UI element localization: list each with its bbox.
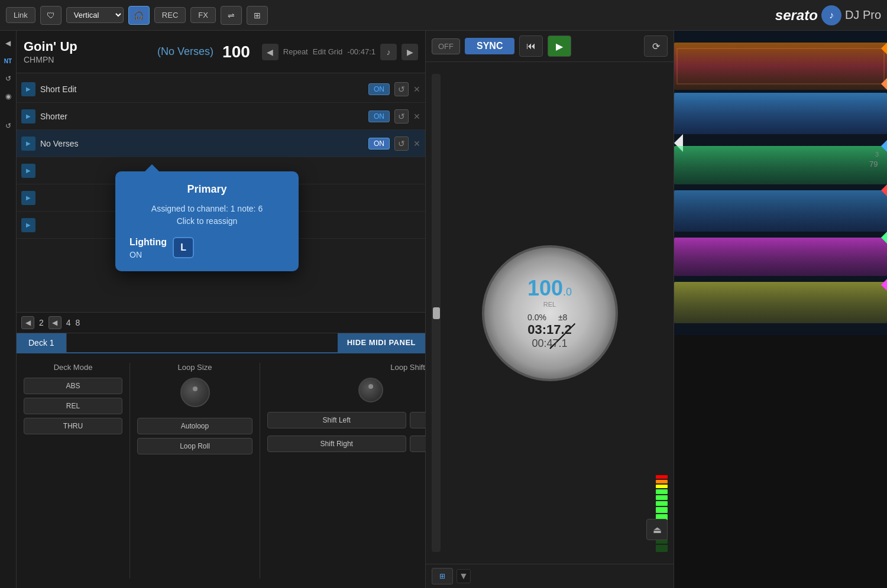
loop-down-icon[interactable]: ▼ xyxy=(457,569,471,583)
track-title: Goin' Up xyxy=(24,39,77,54)
headphones-icon[interactable]: 🎧 xyxy=(128,6,150,25)
cue-item-2: ▶ No Verses ON ↺ ✕ xyxy=(17,130,425,157)
loop-size-knob-indicator xyxy=(193,386,198,391)
shift-right-button[interactable]: Shift Right xyxy=(267,436,406,452)
platter-area: 100 .0 REL 0.0% ±8 03:17.2 00:47.1 xyxy=(426,62,674,564)
track-nav-back[interactable]: ◀ xyxy=(262,44,279,60)
deck-mode-title: Deck Mode xyxy=(24,363,122,372)
platter-bpm: 100 xyxy=(527,276,563,301)
cue-name-2: No Verses xyxy=(40,139,364,148)
platter-time2: 00:47.1 xyxy=(527,337,572,350)
sync-off-button[interactable]: OFF xyxy=(432,38,460,54)
sidebar-headphone-icon[interactable]: ◉ xyxy=(2,90,15,103)
cue-play-1[interactable]: ▶ xyxy=(21,109,35,124)
rel-button[interactable]: REL xyxy=(24,398,122,414)
shield-icon[interactable]: 🛡 xyxy=(40,6,61,25)
platter[interactable]: 100 .0 REL 0.0% ±8 03:17.2 00:47.1 xyxy=(482,245,618,381)
platter-pitch-row: 0.0% ±8 xyxy=(527,313,572,322)
loop-size-section: Loop Size Autoloop Loop Roll xyxy=(130,363,260,579)
cue-on-0[interactable]: ON xyxy=(368,83,390,95)
sidebar-loop-icon[interactable]: ↺ xyxy=(2,72,15,85)
page-nav-left-2[interactable]: ◀ xyxy=(48,316,61,329)
svg-rect-0 xyxy=(674,43,887,90)
cue-on-2[interactable]: ON xyxy=(368,138,390,150)
cue-play-3[interactable]: ▶ xyxy=(21,164,35,178)
sidebar-sync2-icon[interactable]: ↺ xyxy=(2,119,15,132)
cue-delete-2[interactable]: ✕ xyxy=(413,139,420,148)
vu-bar-orange xyxy=(656,480,668,483)
page-num-3: 8 xyxy=(76,318,80,327)
top-bar: Link 🛡 Vertical Horizontal 🎧 REC FX ⇌ ⊞ … xyxy=(0,0,887,31)
loop-roll-button[interactable]: Loop Roll xyxy=(137,438,252,454)
svg-text:3: 3 xyxy=(875,151,879,158)
midi-panel: Deck Mode ABS REL THRU Loop Size Autoloo… xyxy=(17,352,425,588)
cue-loop-1[interactable]: ↺ xyxy=(394,109,409,124)
sidebar-arrow-icon[interactable]: ◀ xyxy=(2,37,15,50)
bpm-display: 100 .0 xyxy=(527,276,572,301)
waveform-icon[interactable]: ⇌ xyxy=(221,6,242,25)
vu-bar-red xyxy=(656,475,668,479)
keylock-button[interactable]: ⟳ xyxy=(644,35,668,57)
platter-bpm-decimal: .0 xyxy=(563,286,572,298)
cue-play-4[interactable]: ▶ xyxy=(21,191,35,205)
tooltip-popup[interactable]: Primary Assigned to channel: 1 note: 6 C… xyxy=(115,171,299,271)
page-nav-left-1[interactable]: ◀ xyxy=(21,316,34,329)
eject-button[interactable]: ⏏ xyxy=(646,519,668,540)
autoloop-button[interactable]: Autoloop xyxy=(137,418,252,434)
platter-pitch-range: ±8 xyxy=(558,313,567,322)
cue-delete-1[interactable]: ✕ xyxy=(413,112,420,121)
link-button[interactable]: Link xyxy=(6,7,35,23)
grid-icon[interactable]: ⊞ xyxy=(247,6,268,25)
cue-delete-0[interactable]: ✕ xyxy=(413,85,420,94)
vu-bar-yellow xyxy=(656,485,668,488)
cue-on-1[interactable]: ON xyxy=(368,111,390,122)
vu-meter xyxy=(656,74,668,552)
cue-play-0[interactable]: ▶ xyxy=(21,82,35,96)
cue-name-1: Shorter xyxy=(40,112,364,121)
loop-shift-knob-indicator xyxy=(368,384,373,389)
cue-loop-2[interactable]: ↺ xyxy=(394,137,409,151)
svg-rect-8 xyxy=(674,282,887,323)
cue-item-0: ▶ Short Edit ON ↺ ✕ xyxy=(17,76,425,103)
logo-badge: ♪ xyxy=(821,5,841,25)
tooltip-l-button[interactable]: L xyxy=(173,237,194,258)
dj-pro-text: DJ Pro xyxy=(845,8,881,22)
platter-pitch-pct: 0.0% xyxy=(527,313,546,322)
thru-button[interactable]: THRU xyxy=(24,418,122,434)
loop-shift-knob[interactable] xyxy=(358,378,383,402)
serato-text: serato xyxy=(775,7,818,24)
play-button[interactable]: ▶ xyxy=(548,35,571,57)
deck-tabs: Deck 1 HIDE MIDI PANEL xyxy=(17,333,425,352)
svg-rect-7 xyxy=(674,238,887,276)
track-time: -00:47:1 xyxy=(347,47,375,56)
tooltip-lighting: Lighting ON xyxy=(130,237,167,259)
abs-button[interactable]: ABS xyxy=(24,378,122,394)
vu-bar-green-1 xyxy=(656,489,668,494)
waveform-svg: 79 3 xyxy=(674,31,887,335)
cue-play-5[interactable]: ▶ xyxy=(21,218,35,232)
pitch-slider[interactable] xyxy=(432,74,441,552)
page-num-1: 2 xyxy=(39,318,44,327)
page-num-2: 4 xyxy=(66,318,71,327)
track-nav-forward[interactable]: ▶ xyxy=(402,44,418,60)
transport-controls: OFF SYNC ⏮ ▶ ⟳ xyxy=(426,31,674,62)
track-bpm: 100 xyxy=(222,43,250,61)
fx-button[interactable]: FX xyxy=(190,7,216,23)
cue-loop-0[interactable]: ↺ xyxy=(394,82,409,96)
vu-bar-dark-2 xyxy=(656,545,668,552)
cue-play-2[interactable]: ▶ xyxy=(21,137,35,151)
shift-left-button[interactable]: Shift Left xyxy=(267,412,406,428)
loop-type-icon[interactable]: ⊞ xyxy=(432,568,453,584)
sidebar-nt-icon[interactable]: NT xyxy=(2,54,15,67)
deck-tab-1[interactable]: Deck 1 xyxy=(17,333,67,352)
rec-button[interactable]: REC xyxy=(154,7,186,23)
skip-back-button[interactable]: ⏮ xyxy=(519,35,543,57)
lighting-title: Lighting xyxy=(130,237,167,248)
track-nav-music[interactable]: ♪ xyxy=(380,44,397,60)
loop-size-knob[interactable] xyxy=(180,378,210,407)
hide-midi-button[interactable]: HIDE MIDI PANEL xyxy=(338,333,425,352)
layout-select[interactable]: Vertical Horizontal xyxy=(66,7,124,23)
sync-button[interactable]: SYNC xyxy=(465,38,514,54)
edit-grid-label: Edit Grid xyxy=(313,47,343,56)
serato-logo: serato ♪ DJ Pro xyxy=(775,5,881,25)
